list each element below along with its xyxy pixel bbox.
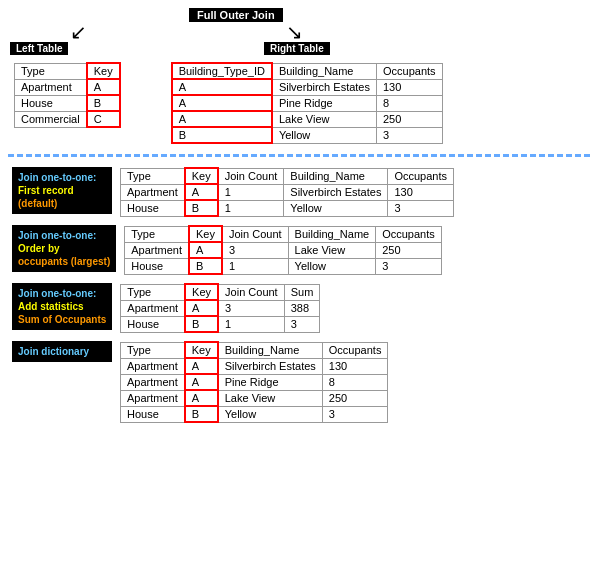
section-label-first-record: Join one-to-one: First record (default) bbox=[12, 167, 112, 214]
table-row: Apartment A Pine Ridge 8 bbox=[121, 374, 388, 390]
right-table-label: Right Table bbox=[264, 42, 330, 55]
cell-occ: 3 bbox=[376, 127, 442, 143]
cell-key: A bbox=[87, 79, 120, 95]
right-arrow-icon: ↘ bbox=[286, 22, 303, 42]
section-label-order-by: Join one-to-one: Order by occupants (lar… bbox=[12, 225, 116, 272]
cell-type: Apartment bbox=[121, 374, 185, 390]
section-divider bbox=[8, 154, 590, 157]
section-first-record: Join one-to-one: First record (default) … bbox=[8, 167, 590, 217]
cell-type: Apartment bbox=[121, 390, 185, 406]
cell-btid: B bbox=[172, 127, 272, 143]
col-joincount: Join Count bbox=[222, 226, 288, 242]
section3-table: Type Key Join Count Sum Apartment A 3 38… bbox=[120, 283, 320, 333]
section1-table: Type Key Join Count Building_Name Occupa… bbox=[120, 167, 454, 217]
col-bname: Building_Name bbox=[284, 168, 388, 184]
col-type: Type bbox=[121, 168, 185, 184]
cell-bname: Pine Ridge bbox=[272, 95, 377, 111]
cell-bname: Silverbirch Estates bbox=[272, 79, 377, 95]
cell-occ: 3 bbox=[388, 200, 454, 216]
cell-type: Apartment bbox=[121, 358, 185, 374]
cell-jc: 3 bbox=[218, 300, 284, 316]
cell-type: House bbox=[121, 200, 185, 216]
top-tables-row: Type Key Apartment A House B Commercial bbox=[8, 62, 449, 144]
cell-type: Apartment bbox=[121, 300, 185, 316]
cell-type: Apartment bbox=[125, 242, 189, 258]
cell-occ: 250 bbox=[376, 111, 442, 127]
col-key: Key bbox=[185, 342, 218, 358]
cell-jc: 1 bbox=[218, 184, 284, 200]
top-section: Full Outer Join ↙ ↘ Left Table Right Tab… bbox=[8, 8, 590, 144]
left-col-type-header: Type bbox=[15, 63, 87, 79]
table-row: A Lake View 250 bbox=[172, 111, 442, 127]
col-key: Key bbox=[185, 168, 218, 184]
cell-key: A bbox=[185, 184, 218, 200]
col-type: Type bbox=[121, 284, 185, 300]
cell-occ: 130 bbox=[376, 79, 442, 95]
col-bname: Building_Name bbox=[218, 342, 323, 358]
cell-key: B bbox=[185, 406, 218, 422]
col-bname: Building_Name bbox=[288, 226, 376, 242]
col-key: Key bbox=[189, 226, 222, 242]
cell-occ: 130 bbox=[388, 184, 454, 200]
cell-btid: A bbox=[172, 111, 272, 127]
left-col-key-header: Key bbox=[87, 63, 120, 79]
right-col-occ-header: Occupants bbox=[376, 63, 442, 79]
main-title: Full Outer Join bbox=[189, 8, 283, 22]
table-row: House B bbox=[15, 95, 120, 111]
cell-key: B bbox=[185, 200, 218, 216]
col-joincount: Join Count bbox=[218, 284, 284, 300]
cell-bname: Yellow bbox=[272, 127, 377, 143]
table-row: Apartment A Silverbirch Estates 130 bbox=[121, 358, 388, 374]
section4-table: Type Key Building_Name Occupants Apartme… bbox=[120, 341, 388, 423]
cell-type: House bbox=[121, 316, 185, 332]
section2-table: Type Key Join Count Building_Name Occupa… bbox=[124, 225, 442, 275]
table-row: Commercial C bbox=[15, 111, 120, 127]
section-add-stats: Join one-to-one: Add statistics Sum of O… bbox=[8, 283, 590, 333]
section-label-dictionary: Join dictionary bbox=[12, 341, 112, 362]
cell-type: Apartment bbox=[121, 184, 185, 200]
table-row: Apartment A Lake View 250 bbox=[121, 390, 388, 406]
cell-occ: 250 bbox=[322, 390, 388, 406]
table-row: House B 1 Yellow 3 bbox=[125, 258, 442, 274]
cell-key: B bbox=[189, 258, 222, 274]
cell-type: Apartment bbox=[15, 79, 87, 95]
cell-occ: 3 bbox=[322, 406, 388, 422]
cell-bname: Silverbirch Estates bbox=[218, 358, 323, 374]
col-occ: Occupants bbox=[388, 168, 454, 184]
cell-type: House bbox=[15, 95, 87, 111]
cell-key: A bbox=[185, 374, 218, 390]
cell-bname: Yellow bbox=[218, 406, 323, 422]
cell-bname: Yellow bbox=[288, 258, 376, 274]
cell-btid: A bbox=[172, 95, 272, 111]
cell-sum: 388 bbox=[284, 300, 320, 316]
cell-bname: Pine Ridge bbox=[218, 374, 323, 390]
cell-bname: Yellow bbox=[284, 200, 388, 216]
cell-key: A bbox=[189, 242, 222, 258]
cell-bname: Lake View bbox=[218, 390, 323, 406]
col-type: Type bbox=[121, 342, 185, 358]
right-col-name-header: Building_Name bbox=[272, 63, 377, 79]
col-joincount: Join Count bbox=[218, 168, 284, 184]
cell-type: House bbox=[121, 406, 185, 422]
main-container: Full Outer Join ↙ ↘ Left Table Right Tab… bbox=[0, 0, 598, 439]
right-table: Building_Type_ID Building_Name Occupants… bbox=[171, 62, 443, 144]
cell-key: A bbox=[185, 300, 218, 316]
table-row: House B 1 3 bbox=[121, 316, 320, 332]
table-row: Apartment A 3 388 bbox=[121, 300, 320, 316]
cell-key: B bbox=[185, 316, 218, 332]
cell-jc: 1 bbox=[218, 316, 284, 332]
cell-type: House bbox=[125, 258, 189, 274]
col-occ: Occupants bbox=[322, 342, 388, 358]
table-row: A Silverbirch Estates 130 bbox=[172, 79, 442, 95]
cell-occ: 8 bbox=[376, 95, 442, 111]
col-key: Key bbox=[185, 284, 218, 300]
cell-btid: A bbox=[172, 79, 272, 95]
cell-occ: 250 bbox=[376, 242, 442, 258]
cell-key: B bbox=[87, 95, 120, 111]
cell-bname: Silverbirch Estates bbox=[284, 184, 388, 200]
cell-jc: 1 bbox=[218, 200, 284, 216]
table-row: B Yellow 3 bbox=[172, 127, 442, 143]
table-row: Apartment A 3 Lake View 250 bbox=[125, 242, 442, 258]
cell-type: Commercial bbox=[15, 111, 87, 127]
cell-key: A bbox=[185, 390, 218, 406]
